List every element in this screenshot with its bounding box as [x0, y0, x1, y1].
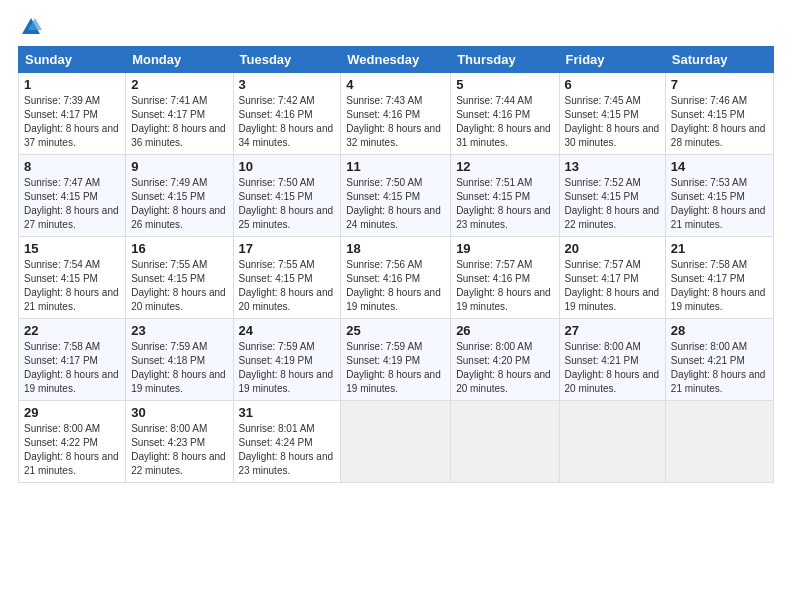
day-info: Sunrise: 8:00 AMSunset: 4:22 PMDaylight:…: [24, 423, 119, 476]
day-info: Sunrise: 7:57 AMSunset: 4:16 PMDaylight:…: [456, 259, 551, 312]
day-info: Sunrise: 8:00 AMSunset: 4:21 PMDaylight:…: [565, 341, 660, 394]
day-info: Sunrise: 7:50 AMSunset: 4:15 PMDaylight:…: [346, 177, 441, 230]
logo: [18, 16, 42, 38]
calendar-week-5: 29 Sunrise: 8:00 AMSunset: 4:22 PMDaylig…: [19, 401, 774, 483]
calendar-cell: 7 Sunrise: 7:46 AMSunset: 4:15 PMDayligh…: [665, 73, 773, 155]
calendar-cell: [341, 401, 451, 483]
calendar-cell: 28 Sunrise: 8:00 AMSunset: 4:21 PMDaylig…: [665, 319, 773, 401]
day-number: 1: [24, 77, 120, 92]
calendar-week-3: 15 Sunrise: 7:54 AMSunset: 4:15 PMDaylig…: [19, 237, 774, 319]
calendar-cell: 26 Sunrise: 8:00 AMSunset: 4:20 PMDaylig…: [451, 319, 559, 401]
calendar-cell: 16 Sunrise: 7:55 AMSunset: 4:15 PMDaylig…: [126, 237, 233, 319]
calendar-cell: 15 Sunrise: 7:54 AMSunset: 4:15 PMDaylig…: [19, 237, 126, 319]
calendar-cell: 31 Sunrise: 8:01 AMSunset: 4:24 PMDaylig…: [233, 401, 341, 483]
day-number: 25: [346, 323, 445, 338]
calendar-cell: 4 Sunrise: 7:43 AMSunset: 4:16 PMDayligh…: [341, 73, 451, 155]
day-info: Sunrise: 7:47 AMSunset: 4:15 PMDaylight:…: [24, 177, 119, 230]
day-info: Sunrise: 7:44 AMSunset: 4:16 PMDaylight:…: [456, 95, 551, 148]
day-info: Sunrise: 8:01 AMSunset: 4:24 PMDaylight:…: [239, 423, 334, 476]
calendar-cell: 5 Sunrise: 7:44 AMSunset: 4:16 PMDayligh…: [451, 73, 559, 155]
day-number: 9: [131, 159, 227, 174]
day-number: 13: [565, 159, 660, 174]
calendar-cell: 29 Sunrise: 8:00 AMSunset: 4:22 PMDaylig…: [19, 401, 126, 483]
page: SundayMondayTuesdayWednesdayThursdayFrid…: [0, 0, 792, 493]
calendar-cell: 19 Sunrise: 7:57 AMSunset: 4:16 PMDaylig…: [451, 237, 559, 319]
calendar-cell: 24 Sunrise: 7:59 AMSunset: 4:19 PMDaylig…: [233, 319, 341, 401]
day-info: Sunrise: 7:51 AMSunset: 4:15 PMDaylight:…: [456, 177, 551, 230]
calendar-cell: 12 Sunrise: 7:51 AMSunset: 4:15 PMDaylig…: [451, 155, 559, 237]
day-number: 17: [239, 241, 336, 256]
day-number: 8: [24, 159, 120, 174]
calendar-cell: 23 Sunrise: 7:59 AMSunset: 4:18 PMDaylig…: [126, 319, 233, 401]
calendar-cell: 9 Sunrise: 7:49 AMSunset: 4:15 PMDayligh…: [126, 155, 233, 237]
day-info: Sunrise: 7:52 AMSunset: 4:15 PMDaylight:…: [565, 177, 660, 230]
calendar-cell: 3 Sunrise: 7:42 AMSunset: 4:16 PMDayligh…: [233, 73, 341, 155]
day-info: Sunrise: 7:59 AMSunset: 4:19 PMDaylight:…: [346, 341, 441, 394]
calendar-week-2: 8 Sunrise: 7:47 AMSunset: 4:15 PMDayligh…: [19, 155, 774, 237]
day-number: 10: [239, 159, 336, 174]
day-number: 23: [131, 323, 227, 338]
day-number: 16: [131, 241, 227, 256]
calendar-header-thursday: Thursday: [451, 47, 559, 73]
calendar-header-sunday: Sunday: [19, 47, 126, 73]
day-info: Sunrise: 7:50 AMSunset: 4:15 PMDaylight:…: [239, 177, 334, 230]
day-info: Sunrise: 7:59 AMSunset: 4:18 PMDaylight:…: [131, 341, 226, 394]
day-info: Sunrise: 7:55 AMSunset: 4:15 PMDaylight:…: [131, 259, 226, 312]
day-number: 31: [239, 405, 336, 420]
day-info: Sunrise: 7:57 AMSunset: 4:17 PMDaylight:…: [565, 259, 660, 312]
calendar-cell: 18 Sunrise: 7:56 AMSunset: 4:16 PMDaylig…: [341, 237, 451, 319]
calendar-cell: 1 Sunrise: 7:39 AMSunset: 4:17 PMDayligh…: [19, 73, 126, 155]
calendar-header-saturday: Saturday: [665, 47, 773, 73]
day-number: 12: [456, 159, 553, 174]
calendar-cell: 2 Sunrise: 7:41 AMSunset: 4:17 PMDayligh…: [126, 73, 233, 155]
day-info: Sunrise: 7:53 AMSunset: 4:15 PMDaylight:…: [671, 177, 766, 230]
calendar-cell: 30 Sunrise: 8:00 AMSunset: 4:23 PMDaylig…: [126, 401, 233, 483]
calendar-table: SundayMondayTuesdayWednesdayThursdayFrid…: [18, 46, 774, 483]
day-number: 21: [671, 241, 768, 256]
day-info: Sunrise: 7:58 AMSunset: 4:17 PMDaylight:…: [671, 259, 766, 312]
calendar-week-4: 22 Sunrise: 7:58 AMSunset: 4:17 PMDaylig…: [19, 319, 774, 401]
day-number: 28: [671, 323, 768, 338]
calendar-cell: 27 Sunrise: 8:00 AMSunset: 4:21 PMDaylig…: [559, 319, 665, 401]
day-number: 22: [24, 323, 120, 338]
day-info: Sunrise: 7:41 AMSunset: 4:17 PMDaylight:…: [131, 95, 226, 148]
day-info: Sunrise: 7:45 AMSunset: 4:15 PMDaylight:…: [565, 95, 660, 148]
calendar-cell: 11 Sunrise: 7:50 AMSunset: 4:15 PMDaylig…: [341, 155, 451, 237]
calendar-cell: 13 Sunrise: 7:52 AMSunset: 4:15 PMDaylig…: [559, 155, 665, 237]
day-number: 14: [671, 159, 768, 174]
calendar-cell: [451, 401, 559, 483]
calendar-cell: [665, 401, 773, 483]
calendar-cell: 14 Sunrise: 7:53 AMSunset: 4:15 PMDaylig…: [665, 155, 773, 237]
day-info: Sunrise: 7:43 AMSunset: 4:16 PMDaylight:…: [346, 95, 441, 148]
calendar-cell: 21 Sunrise: 7:58 AMSunset: 4:17 PMDaylig…: [665, 237, 773, 319]
calendar-week-1: 1 Sunrise: 7:39 AMSunset: 4:17 PMDayligh…: [19, 73, 774, 155]
day-number: 19: [456, 241, 553, 256]
day-number: 24: [239, 323, 336, 338]
calendar-cell: 17 Sunrise: 7:55 AMSunset: 4:15 PMDaylig…: [233, 237, 341, 319]
calendar-cell: 6 Sunrise: 7:45 AMSunset: 4:15 PMDayligh…: [559, 73, 665, 155]
day-number: 15: [24, 241, 120, 256]
calendar-cell: [559, 401, 665, 483]
day-number: 11: [346, 159, 445, 174]
calendar-cell: 20 Sunrise: 7:57 AMSunset: 4:17 PMDaylig…: [559, 237, 665, 319]
day-info: Sunrise: 8:00 AMSunset: 4:21 PMDaylight:…: [671, 341, 766, 394]
day-number: 26: [456, 323, 553, 338]
day-info: Sunrise: 7:49 AMSunset: 4:15 PMDaylight:…: [131, 177, 226, 230]
day-number: 29: [24, 405, 120, 420]
calendar-header-row: SundayMondayTuesdayWednesdayThursdayFrid…: [19, 47, 774, 73]
day-number: 18: [346, 241, 445, 256]
day-info: Sunrise: 7:56 AMSunset: 4:16 PMDaylight:…: [346, 259, 441, 312]
day-info: Sunrise: 7:42 AMSunset: 4:16 PMDaylight:…: [239, 95, 334, 148]
day-info: Sunrise: 7:46 AMSunset: 4:15 PMDaylight:…: [671, 95, 766, 148]
calendar-cell: 10 Sunrise: 7:50 AMSunset: 4:15 PMDaylig…: [233, 155, 341, 237]
day-info: Sunrise: 7:39 AMSunset: 4:17 PMDaylight:…: [24, 95, 119, 148]
day-number: 7: [671, 77, 768, 92]
day-number: 6: [565, 77, 660, 92]
calendar-cell: 25 Sunrise: 7:59 AMSunset: 4:19 PMDaylig…: [341, 319, 451, 401]
day-number: 5: [456, 77, 553, 92]
day-number: 27: [565, 323, 660, 338]
day-number: 30: [131, 405, 227, 420]
header: [18, 16, 774, 38]
calendar-header-friday: Friday: [559, 47, 665, 73]
calendar-header-monday: Monday: [126, 47, 233, 73]
